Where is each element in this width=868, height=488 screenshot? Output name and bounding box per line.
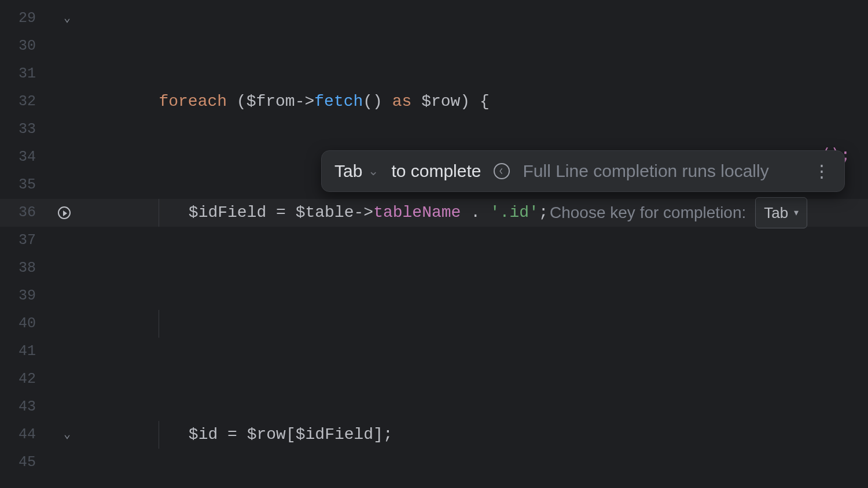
line-number: 31 [13, 60, 36, 88]
rerun-icon[interactable] [58, 206, 71, 219]
code-line[interactable]: $id = $row[$idField]; [81, 421, 868, 449]
line-number: 30 [13, 32, 36, 60]
info-icon[interactable] [494, 163, 510, 179]
line-number: 40 [13, 310, 36, 338]
line-number: 44 [13, 421, 36, 449]
completion-hint: Choose key for completion: Tab▾ [550, 199, 807, 227]
line-number: 35 [13, 171, 36, 199]
hint-label: Choose key for completion: [550, 199, 746, 227]
line-number: 45 [13, 449, 36, 476]
popup-info: Full Line completion runs locally [523, 157, 800, 185]
completion-popup[interactable]: Tab ⌄ to complete Full Line completion r… [321, 150, 845, 192]
fold-icon[interactable]: ⌄ [64, 421, 71, 449]
line-number: 43 [13, 393, 36, 421]
line-number: 42 [13, 365, 36, 393]
line-number: 36 [13, 199, 36, 227]
code-line[interactable]: foreach ($from->fetch() as $row) { [81, 88, 868, 116]
fold-icon[interactable]: ⌄ [64, 5, 71, 32]
popup-label: to complete [391, 157, 481, 185]
line-number: 39 [13, 282, 36, 310]
chevron-down-icon: ▾ [794, 199, 799, 227]
line-number: 41 [13, 338, 36, 365]
line-number: 34 [13, 143, 36, 171]
line-number: 37 [13, 227, 36, 254]
kebab-icon[interactable]: ⋮ [813, 168, 832, 174]
line-number: 33 [13, 116, 36, 143]
popup-key[interactable]: Tab ⌄ [334, 157, 378, 185]
code-area[interactable]: foreach ($from->fetch() as $row) { $idFi… [81, 0, 868, 488]
line-number: 29 [13, 5, 36, 32]
gutter: 29⌄ 30 31 32 33 34 35 36 37 38 39 40 41 … [0, 0, 81, 488]
hint-key-button[interactable]: Tab▾ [755, 197, 807, 228]
code-line[interactable] [81, 310, 868, 338]
line-number: 32 [13, 88, 36, 116]
chevron-down-icon: ⌄ [368, 157, 378, 185]
line-number: 38 [13, 254, 36, 282]
